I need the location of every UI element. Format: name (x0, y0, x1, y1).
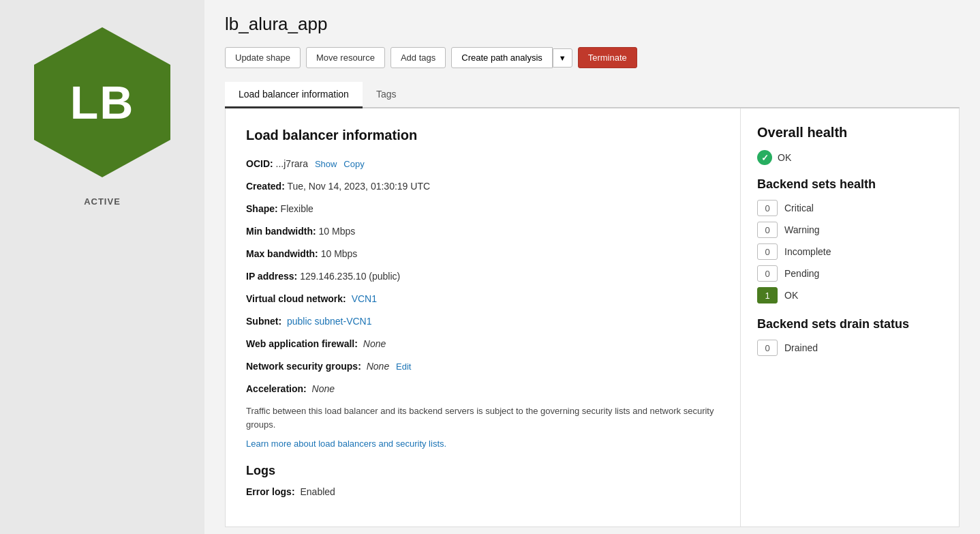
main-content: Load balancer information OCID: ...j7rar… (225, 108, 960, 527)
max-bw-label: Max bandwidth: (246, 248, 318, 259)
warning-label: Warning (784, 224, 820, 235)
health-row-critical: 0 Critical (757, 200, 943, 216)
ip-value: 129.146.235.10 (public) (300, 271, 400, 282)
warning-count: 0 (757, 222, 778, 238)
right-panel: lb_alura_app Update shape Move resource … (204, 0, 980, 534)
ip-row: IP address: 129.146.235.10 (public) (246, 269, 720, 284)
subnet-label: Subnet: (246, 316, 281, 327)
waf-row: Web application firewall: None (246, 337, 720, 351)
acceleration-value: None (312, 383, 335, 394)
drained-count: 0 (757, 340, 778, 356)
vcn-label: Virtual cloud network: (246, 293, 346, 304)
backend-sets-health-title: Backend sets health (757, 177, 943, 192)
security-note: Traffic between this load balancer and i… (246, 404, 720, 431)
tab-tags[interactable]: Tags (363, 82, 410, 108)
ok-status-text: OK (778, 152, 791, 163)
learn-more-link[interactable]: Learn more about load balancers and secu… (246, 439, 446, 449)
incomplete-count: 0 (757, 243, 778, 260)
created-value: Tue, Nov 14, 2023, 01:30:19 UTC (287, 181, 430, 192)
min-bw-label: Min bandwidth: (246, 226, 316, 237)
min-bw-row: Min bandwidth: 10 Mbps (246, 224, 720, 239)
subnet-link[interactable]: public subnet-VCN1 (287, 316, 372, 327)
overall-ok-row: ✓ OK (757, 150, 943, 165)
logs-title: Logs (246, 464, 720, 478)
hex-container: LB (27, 20, 177, 184)
max-bw-row: Max bandwidth: 10 Mbps (246, 247, 720, 261)
pending-label: Pending (784, 268, 819, 279)
health-row-incomplete: 0 Incomplete (757, 243, 943, 260)
critical-label: Critical (784, 203, 814, 213)
nsg-value: None (367, 361, 389, 372)
logs-section: Logs Error logs: Enabled (246, 464, 720, 499)
status-badge: ACTIVE (84, 196, 121, 207)
vcn-row: Virtual cloud network: VCN1 (246, 292, 720, 306)
terminate-button[interactable]: Terminate (578, 47, 637, 68)
max-bw-value: 10 Mbps (321, 248, 358, 259)
create-path-analysis-button[interactable]: Create path analysis (451, 47, 553, 68)
drain-row-drained: 0 Drained (757, 340, 943, 356)
min-bw-value: 10 Mbps (319, 226, 356, 237)
error-logs-value: Enabled (300, 486, 335, 497)
drain-title: Backend sets drain status (757, 317, 943, 331)
update-shape-button[interactable]: Update shape (225, 47, 301, 68)
pending-count: 0 (757, 265, 778, 282)
created-label: Created: (246, 181, 285, 192)
health-row-pending: 0 Pending (757, 265, 943, 282)
info-section: Load balancer information OCID: ...j7rar… (226, 108, 741, 526)
left-panel: LB ACTIVE (0, 0, 204, 534)
health-row-warning: 0 Warning (757, 222, 943, 238)
ok-label: OK (784, 290, 798, 301)
ocid-label: OCID: (246, 158, 273, 169)
created-row: Created: Tue, Nov 14, 2023, 01:30:19 UTC (246, 179, 720, 194)
acceleration-row: Acceleration: None (246, 382, 720, 396)
ocid-row: OCID: ...j7rara Show Copy (246, 157, 720, 171)
ocid-copy-link[interactable]: Copy (343, 159, 364, 169)
tab-load-balancer-information[interactable]: Load balancer information (225, 82, 363, 108)
critical-count: 0 (757, 200, 778, 216)
move-resource-button[interactable]: Move resource (306, 47, 385, 68)
create-path-analysis-caret[interactable]: ▼ (553, 48, 572, 68)
ok-checkmark-icon: ✓ (757, 150, 772, 165)
nsg-edit-link[interactable]: Edit (396, 361, 411, 372)
health-panel: Overall health ✓ OK Backend sets health … (741, 108, 959, 526)
page-layout: LB ACTIVE lb_alura_app Update shape Move… (0, 0, 980, 534)
waf-label: Web application firewall: (246, 338, 358, 349)
error-logs-row: Error logs: Enabled (246, 485, 720, 499)
ocid-show-link[interactable]: Show (315, 159, 337, 169)
shape-value: Flexible (281, 203, 313, 214)
subnet-row: Subnet: public subnet-VCN1 (246, 314, 720, 329)
overall-health-title: Overall health (757, 125, 943, 140)
ocid-value: ...j7rara (276, 158, 308, 169)
health-row-ok: 1 OK (757, 287, 943, 303)
drained-label: Drained (784, 342, 818, 353)
ok-count: 1 (757, 287, 778, 303)
vcn-link[interactable]: VCN1 (352, 293, 377, 304)
resource-hexagon: LB (34, 27, 170, 177)
page-title: lb_alura_app (225, 14, 960, 35)
create-path-analysis-split: Create path analysis ▼ (451, 47, 572, 68)
tabs-bar: Load balancer information Tags (225, 82, 960, 108)
nsg-row: Network security groups: None Edit (246, 359, 720, 374)
acceleration-label: Acceleration: (246, 383, 307, 394)
add-tags-button[interactable]: Add tags (391, 47, 446, 68)
toolbar: Update shape Move resource Add tags Crea… (225, 47, 960, 68)
shape-row: Shape: Flexible (246, 202, 720, 216)
nsg-label: Network security groups: (246, 361, 361, 372)
info-section-title: Load balancer information (246, 128, 720, 143)
incomplete-label: Incomplete (784, 246, 831, 257)
hex-initials: LB (70, 76, 135, 129)
shape-label: Shape: (246, 203, 278, 214)
error-logs-label: Error logs: (246, 486, 295, 497)
ip-label: IP address: (246, 271, 297, 282)
waf-value: None (363, 338, 386, 349)
